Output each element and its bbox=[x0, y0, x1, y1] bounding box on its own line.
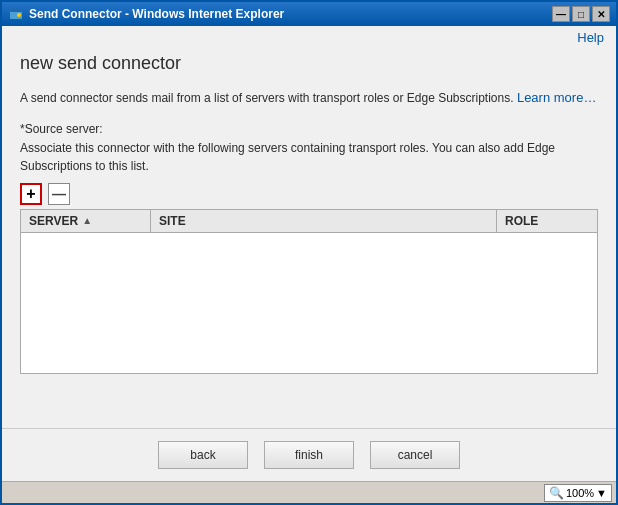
zoom-icon: 🔍 bbox=[549, 486, 564, 500]
window-controls: — □ ✕ bbox=[552, 6, 610, 22]
table-header: SERVER ▲ SITE ROLE bbox=[21, 210, 597, 233]
main-content: new send connector A send connector send… bbox=[2, 45, 616, 428]
svg-point-2 bbox=[17, 13, 21, 17]
close-button[interactable]: ✕ bbox=[592, 6, 610, 22]
zoom-dropdown-icon[interactable]: ▼ bbox=[596, 487, 607, 499]
footer: back finish cancel bbox=[2, 428, 616, 481]
zoom-control[interactable]: 🔍 100% ▼ bbox=[544, 484, 612, 502]
content-area: Help new send connector A send connector… bbox=[2, 26, 616, 481]
server-sort-icon: ▲ bbox=[82, 215, 92, 226]
server-col-label: SERVER bbox=[29, 214, 78, 228]
servers-table: SERVER ▲ SITE ROLE bbox=[20, 209, 598, 374]
page-description: A send connector sends mail from a list … bbox=[20, 88, 598, 108]
table-body bbox=[21, 233, 597, 353]
description-text: A send connector sends mail from a list … bbox=[20, 91, 514, 105]
help-bar: Help bbox=[2, 26, 616, 45]
svg-rect-1 bbox=[10, 9, 22, 12]
back-button[interactable]: back bbox=[158, 441, 248, 469]
role-col-label: ROLE bbox=[505, 214, 538, 228]
table-toolbar: + — bbox=[20, 183, 598, 205]
learn-more-link[interactable]: Learn more… bbox=[517, 90, 596, 105]
server-column-header: SERVER ▲ bbox=[21, 210, 151, 232]
zoom-level: 100% bbox=[566, 487, 594, 499]
main-window: Send Connector - Windows Internet Explor… bbox=[0, 0, 618, 505]
help-link[interactable]: Help bbox=[577, 30, 604, 45]
minimize-button[interactable]: — bbox=[552, 6, 570, 22]
source-label: *Source server: bbox=[20, 122, 598, 136]
source-description: Associate this connector with the follow… bbox=[20, 139, 598, 175]
remove-server-button[interactable]: — bbox=[48, 183, 70, 205]
window-title: Send Connector - Windows Internet Explor… bbox=[29, 7, 552, 21]
add-server-button[interactable]: + bbox=[20, 183, 42, 205]
cancel-button[interactable]: cancel bbox=[370, 441, 460, 469]
maximize-button[interactable]: □ bbox=[572, 6, 590, 22]
finish-button[interactable]: finish bbox=[264, 441, 354, 469]
title-bar: Send Connector - Windows Internet Explor… bbox=[2, 2, 616, 26]
status-bar: 🔍 100% ▼ bbox=[2, 481, 616, 503]
role-column-header: ROLE bbox=[497, 210, 597, 232]
site-column-header: SITE bbox=[151, 210, 497, 232]
site-col-label: SITE bbox=[159, 214, 186, 228]
page-title: new send connector bbox=[20, 53, 598, 74]
window-icon bbox=[8, 6, 24, 22]
